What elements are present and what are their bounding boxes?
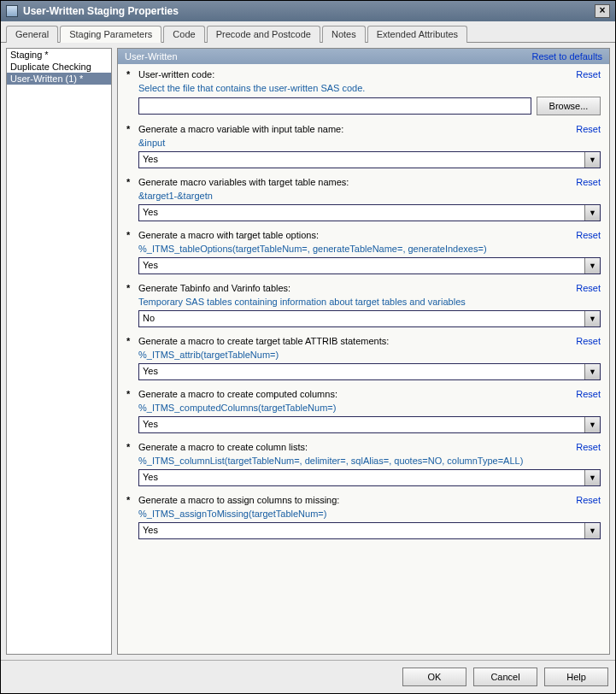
property-row: *Generate a macro to create computed col… (126, 389, 601, 433)
close-button[interactable]: × (595, 4, 610, 18)
reset-link[interactable]: Reset (576, 389, 601, 399)
chevron-down-icon[interactable]: ▼ (584, 364, 600, 379)
dropdown[interactable]: Yes▼ (138, 469, 601, 486)
dropdown-value: Yes (139, 152, 584, 168)
required-star: * (126, 495, 138, 505)
property-label: Generate a macro variable with input tab… (138, 124, 576, 134)
tab-staging-parameters[interactable]: Staging Parameters (60, 26, 161, 43)
tab-strip: General Staging Parameters Code Precode … (1, 21, 615, 43)
property-row: *Generate a macro to create target table… (126, 336, 601, 380)
reset-link[interactable]: Reset (576, 336, 601, 346)
dropdown-value: No (139, 311, 584, 326)
dropdown[interactable]: Yes▼ (138, 151, 601, 168)
dialog-footer: OK Cancel Help (1, 660, 615, 693)
tab-notes[interactable]: Notes (322, 26, 366, 43)
required-star: * (126, 389, 138, 399)
required-star: * (126, 177, 138, 187)
main-header: User-Written Reset to defaults (118, 49, 609, 64)
property-row: *Generate a macro variable with input ta… (126, 124, 601, 168)
cancel-button[interactable]: Cancel (473, 668, 537, 686)
chevron-down-icon[interactable]: ▼ (584, 417, 600, 432)
property-label: Generate a macro to create column lists: (138, 442, 576, 452)
dropdown-value: Yes (139, 523, 584, 538)
help-button[interactable]: Help (544, 668, 608, 686)
dropdown-value: Yes (139, 258, 584, 273)
required-star: * (126, 230, 138, 240)
required-star: * (126, 283, 138, 293)
sidebar: Staging * Duplicate Checking User-Writte… (6, 48, 112, 655)
property-row: *Generate Tabinfo and Varinfo tables:Res… (126, 283, 601, 327)
property-sublabel: %_ITMS_computedColumns(targetTableNum=) (138, 403, 601, 413)
reset-link[interactable]: Reset (576, 177, 601, 187)
dropdown[interactable]: No▼ (138, 310, 601, 327)
reset-link[interactable]: Reset (576, 283, 601, 293)
property-sublabel: Select the file that contains the user-w… (138, 83, 601, 93)
property-label: Generate macro variables with target tab… (138, 177, 576, 187)
tab-general[interactable]: General (6, 26, 58, 43)
tab-precode-postcode[interactable]: Precode and Postcode (207, 26, 320, 43)
reset-link[interactable]: Reset (576, 230, 601, 240)
property-label: Generate a macro with target table optio… (138, 230, 576, 240)
property-sublabel: &input (138, 138, 601, 148)
reset-link[interactable]: Reset (576, 124, 601, 134)
required-star: * (126, 124, 138, 134)
browse-button[interactable]: Browse... (537, 97, 601, 115)
dialog-window: User-Written Staging Properties × Genera… (0, 0, 616, 694)
sidebar-item-staging[interactable]: Staging * (7, 49, 111, 61)
window-title: User-Written Staging Properties (23, 5, 179, 17)
dropdown[interactable]: Yes▼ (138, 522, 601, 539)
required-star: * (126, 442, 138, 452)
main-panel: User-Written Reset to defaults *User-wri… (117, 48, 610, 655)
sidebar-item-user-written[interactable]: User-Written (1) * (7, 73, 111, 85)
chevron-down-icon[interactable]: ▼ (584, 152, 600, 168)
dropdown-value: Yes (139, 470, 584, 485)
dropdown[interactable]: Yes▼ (138, 204, 601, 221)
property-sublabel: %_ITMS_tableOptions(targetTableNum=, gen… (138, 244, 601, 254)
property-row: *User-written code:ResetSelect the file … (126, 69, 601, 115)
property-label: Generate a macro to assign columns to mi… (138, 495, 576, 505)
chevron-down-icon[interactable]: ▼ (584, 258, 600, 273)
chevron-down-icon[interactable]: ▼ (584, 470, 600, 485)
chevron-down-icon[interactable]: ▼ (584, 311, 600, 326)
property-sublabel: %_ITMS_attrib(targetTableNum=) (138, 350, 601, 360)
titlebar: User-Written Staging Properties × (1, 1, 615, 21)
required-star: * (126, 69, 138, 79)
reset-link[interactable]: Reset (576, 442, 601, 452)
property-sublabel: Temporary SAS tables containing informat… (138, 297, 601, 307)
dropdown[interactable]: Yes▼ (138, 257, 601, 274)
property-row: *Generate a macro to assign columns to m… (126, 495, 601, 539)
property-label: Generate a macro to create computed colu… (138, 389, 576, 399)
property-label: User-written code: (138, 69, 576, 79)
reset-link[interactable]: Reset (576, 495, 601, 505)
dropdown[interactable]: Yes▼ (138, 363, 601, 380)
tab-code[interactable]: Code (163, 26, 204, 43)
property-sublabel: %_ITMS_columnList(targetTableNum=, delim… (138, 456, 601, 466)
main-body: *User-written code:ResetSelect the file … (118, 64, 609, 654)
reset-link[interactable]: Reset (576, 69, 601, 79)
dropdown-value: Yes (139, 205, 584, 221)
tab-extended-attributes[interactable]: Extended Attributes (367, 26, 467, 43)
property-label: Generate Tabinfo and Varinfo tables: (138, 283, 576, 293)
reset-to-defaults-link[interactable]: Reset to defaults (531, 51, 602, 62)
property-label: Generate a macro to create target table … (138, 336, 576, 346)
dropdown-value: Yes (139, 364, 584, 379)
chevron-down-icon[interactable]: ▼ (584, 205, 600, 221)
property-row: *Generate a macro with target table opti… (126, 230, 601, 274)
required-star: * (126, 336, 138, 346)
property-sublabel: &target1-&targetn (138, 191, 601, 201)
ok-button[interactable]: OK (402, 668, 466, 686)
property-row: *Generate macro variables with target ta… (126, 177, 601, 221)
sidebar-item-duplicate-checking[interactable]: Duplicate Checking (7, 61, 111, 73)
dropdown-value: Yes (139, 417, 584, 432)
file-path-input[interactable] (138, 97, 531, 115)
main-header-title: User-Written (125, 51, 178, 62)
dropdown[interactable]: Yes▼ (138, 416, 601, 433)
chevron-down-icon[interactable]: ▼ (584, 523, 600, 538)
app-icon (6, 5, 18, 17)
property-row: *Generate a macro to create column lists… (126, 442, 601, 486)
property-sublabel: %_ITMS_assignToMissing(targetTableNum=) (138, 509, 601, 519)
